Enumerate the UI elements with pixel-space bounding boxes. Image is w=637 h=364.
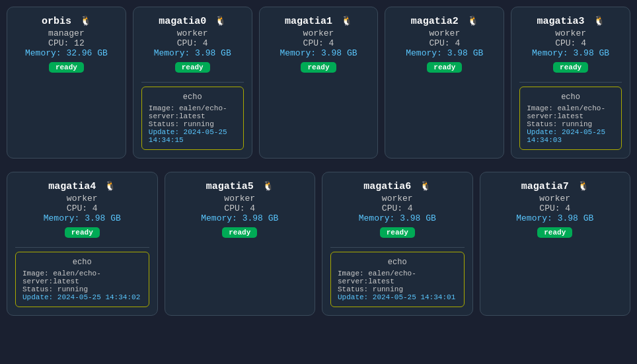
node-card-magatia6: magatia6 🐧workerCPU: 4Memory: 3.98 GBrea… [322,172,473,316]
linux-icon: 🐧 [262,180,274,192]
node-card-magatia1: magatia1 🐧workerCPU: 4Memory: 3.98 GBrea… [259,7,379,159]
divider [141,82,244,83]
service-image: Image: ealen/echo-server:latest [22,270,142,285]
status-badge-magatia0: ready [175,62,210,73]
service-name: echo [22,258,142,267]
node-card-magatia0: magatia0 🐧workerCPU: 4Memory: 3.98 GBrea… [133,7,252,159]
service-update: Update: 2024-05-25 14:34:02 [22,293,142,301]
node-role-magatia3: worker [555,28,586,38]
node-memory-magatia7: Memory: 3.98 GB [516,213,593,223]
node-cpu-magatia6: CPU: 4 [382,203,413,213]
node-name-magatia0: magatia0 🐧 [159,15,226,27]
node-memory-orbis: Memory: 32.96 GB [25,48,108,58]
node-card-magatia4: magatia4 🐧workerCPU: 4Memory: 3.98 GBrea… [7,172,158,316]
node-name-magatia6: magatia6 🐧 [363,180,431,192]
node-memory-magatia2: Memory: 3.98 GB [406,48,483,58]
node-role-orbis: manager [48,28,85,38]
service-status: Status: running [22,285,142,293]
node-memory-magatia4: Memory: 3.98 GB [44,213,121,223]
node-role-magatia2: worker [429,28,460,38]
node-role-magatia6: worker [382,194,413,203]
node-role-magatia1: worker [303,28,334,38]
service-box-magatia0: echoImage: ealen/echo-server:latestStatu… [141,87,244,150]
status-badge-magatia4: ready [65,227,100,238]
node-name-orbis: orbis 🐧 [42,15,91,27]
status-badge-magatia6: ready [380,227,415,238]
service-box-magatia6: echoImage: ealen/echo-server:latestStatu… [330,252,465,307]
node-card-magatia2: magatia2 🐧workerCPU: 4Memory: 3.98 GBrea… [385,7,504,159]
node-role-magatia0: worker [177,28,208,38]
status-badge-orbis: ready [49,62,84,73]
service-status: Status: running [338,285,457,293]
node-memory-magatia5: Memory: 3.98 GB [201,213,278,223]
service-image: Image: ealen/echo-server:latest [338,270,457,285]
node-cpu-orbis: CPU: 12 [48,38,85,48]
service-box-magatia4: echoImage: ealen/echo-server:latestStatu… [15,252,149,307]
service-update: Update: 2024-05-25 14:34:03 [527,128,615,144]
node-card-magatia5: magatia5 🐧workerCPU: 4Memory: 3.98 GBrea… [165,172,316,316]
linux-icon: 🐧 [578,180,589,192]
service-image: Image: ealen/echo-server:latest [527,104,615,120]
node-cpu-magatia1: CPU: 4 [303,38,334,48]
node-name-magatia5: magatia5 🐧 [206,180,274,192]
linux-icon: 🐧 [104,180,116,192]
linux-icon: 🐧 [467,15,478,26]
node-cpu-magatia3: CPU: 4 [555,38,586,48]
node-cpu-magatia0: CPU: 4 [177,38,208,48]
node-card-magatia7: magatia7 🐧workerCPU: 4Memory: 3.98 GBrea… [480,172,631,316]
node-cpu-magatia4: CPU: 4 [67,203,98,213]
linux-icon: 🐧 [80,15,91,26]
service-update: Update: 2024-05-25 14:34:15 [149,128,237,144]
service-status: Status: running [149,120,237,128]
service-image: Image: ealen/echo-server:latest [149,104,237,120]
node-name-magatia4: magatia4 🐧 [48,180,116,192]
node-card-magatia3: magatia3 🐧workerCPU: 4Memory: 3.98 GBrea… [511,7,630,159]
service-update: Update: 2024-05-25 14:34:01 [338,293,457,301]
linux-icon: 🐧 [341,15,352,26]
status-badge-magatia1: ready [301,62,336,73]
node-cpu-magatia7: CPU: 4 [539,203,570,213]
service-name: echo [338,258,457,267]
node-memory-magatia3: Memory: 3.98 GB [532,48,609,58]
service-name: echo [527,92,615,102]
node-memory-magatia1: Memory: 3.98 GB [280,48,357,58]
linux-icon: 🐧 [593,15,605,26]
service-box-magatia3: echoImage: ealen/echo-server:latestStatu… [519,87,622,150]
status-badge-magatia5: ready [222,227,257,238]
status-badge-magatia2: ready [427,62,462,73]
service-name: echo [149,92,237,102]
node-role-magatia7: worker [539,194,570,203]
divider [519,82,622,83]
node-memory-magatia0: Memory: 3.98 GB [154,48,231,58]
service-status: Status: running [527,120,615,128]
node-role-magatia5: worker [224,194,255,203]
status-badge-magatia7: ready [537,227,572,238]
status-badge-magatia3: ready [553,62,588,73]
linux-icon: 🐧 [215,15,226,26]
node-memory-magatia6: Memory: 3.98 GB [359,213,436,223]
node-name-magatia3: magatia3 🐧 [537,15,605,27]
node-name-magatia7: magatia7 🐧 [521,180,589,192]
divider [330,247,465,248]
divider [15,247,149,248]
node-cpu-magatia5: CPU: 4 [224,203,255,213]
node-cpu-magatia2: CPU: 4 [429,38,460,48]
linux-icon: 🐧 [420,180,431,192]
node-card-orbis: orbis 🐧managerCPU: 12Memory: 32.96 GBrea… [7,7,126,159]
node-role-magatia4: worker [67,194,98,203]
node-name-magatia2: magatia2 🐧 [411,15,478,27]
node-name-magatia1: magatia1 🐧 [285,15,352,27]
